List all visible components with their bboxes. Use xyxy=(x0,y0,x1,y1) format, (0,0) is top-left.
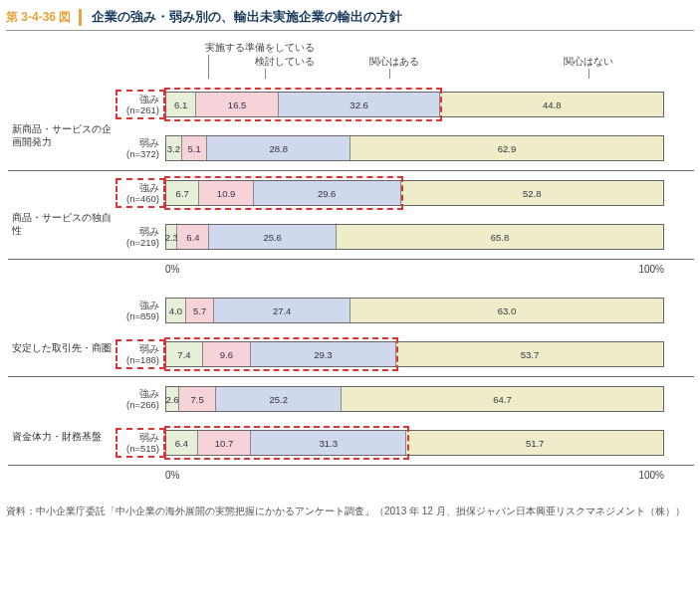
legend-seg3: 関心はない xyxy=(564,55,613,69)
bar-segment: 64.7 xyxy=(342,387,663,411)
bar-segment: 6.4 xyxy=(166,431,198,455)
legend-seg1: 検討している xyxy=(255,55,315,69)
bar-segment: 29.3 xyxy=(251,342,396,366)
stacked-bar: 6.410.731.351.7 xyxy=(165,430,664,456)
chart-row: 新商品・サービスの企画開発力強み(n=261)6.116.532.644.8 xyxy=(8,83,694,126)
stacked-bar: 4.05.727.463.0 xyxy=(165,298,664,323)
bar-segment: 51.7 xyxy=(406,431,663,455)
bar-segment: 29.6 xyxy=(254,181,401,205)
bar-segment: 16.5 xyxy=(196,93,278,116)
bar-segment: 53.7 xyxy=(396,342,663,366)
chart-group: 商品・サービスの独自性強み(n=460)6.710.929.652.8弱み(n=… xyxy=(8,171,694,260)
category-label: 新商品・サービスの企画開発力 xyxy=(8,122,117,148)
stacked-bar: 3.25.128.862.9 xyxy=(165,135,664,161)
bar-segment: 3.2 xyxy=(166,136,182,160)
legend-seg0: 実施する準備をしている xyxy=(205,41,315,55)
bar-segment: 7.5 xyxy=(179,387,216,411)
figure-header: 第 3-4-36 図 企業の強み・弱み別の、輸出未実施企業の輸出の方針 xyxy=(6,8,694,31)
x-axis: 0%100% xyxy=(165,466,664,495)
stacked-bar: 2.67.525.264.7 xyxy=(165,386,664,412)
sub-label: 弱み(n=188) xyxy=(117,343,165,366)
bar-segment: 2.3 xyxy=(166,225,177,249)
bar-segment: 32.6 xyxy=(279,93,441,116)
stacked-bar: 2.36.425.665.8 xyxy=(165,224,664,250)
bar-segment: 28.8 xyxy=(207,136,350,160)
bar-segment: 25.2 xyxy=(216,387,342,411)
sub-label: 弱み(n=372) xyxy=(117,137,165,160)
chart-row: 安定した取引先・商圏強み(n=859)4.05.727.463.0 xyxy=(8,289,694,332)
stacked-bar: 7.49.629.353.7 xyxy=(165,341,664,367)
chart-group: 新商品・サービスの企画開発力強み(n=261)6.116.532.644.8弱み… xyxy=(8,83,694,171)
bar-segment: 9.6 xyxy=(203,342,251,366)
sub-label: 弱み(n=219) xyxy=(117,226,165,249)
bar-segment: 6.7 xyxy=(166,181,199,205)
sub-label: 強み(n=266) xyxy=(117,388,165,411)
bar-segment: 10.7 xyxy=(198,431,251,455)
bar-segment: 27.4 xyxy=(214,299,350,322)
sub-label: 弱み(n=515) xyxy=(117,432,165,455)
legend-seg2: 関心はある xyxy=(369,55,419,69)
bar-segment: 65.8 xyxy=(337,225,663,249)
bar-segment: 25.6 xyxy=(209,225,337,249)
axis-tick: 0% xyxy=(165,264,179,275)
bar-segment: 63.0 xyxy=(350,299,663,322)
bar-segment: 6.4 xyxy=(177,225,209,249)
bar-segment: 44.8 xyxy=(440,93,663,116)
chart-row: 資金体力・財務基盤強み(n=266)2.67.525.264.7 xyxy=(8,377,694,421)
bar-segment: 31.3 xyxy=(251,431,406,455)
source-note: 資料：中小企業庁委託「中小企業の海外展開の実態把握にかかるアンケート調査」（20… xyxy=(6,505,694,518)
figure-number: 第 3-4-36 図 xyxy=(6,9,82,26)
sub-label: 強み(n=460) xyxy=(117,182,165,205)
chart-group: 資金体力・財務基盤強み(n=266)2.67.525.264.7弱み(n=515… xyxy=(8,377,694,466)
axis-tick: 100% xyxy=(638,470,664,481)
chart-row: 弱み(n=515)6.410.731.351.7 xyxy=(8,421,694,465)
chart-group: 安定した取引先・商圏強み(n=859)4.05.727.463.0弱み(n=18… xyxy=(8,289,694,377)
bar-segment: 2.6 xyxy=(166,387,179,411)
bar-segment: 5.7 xyxy=(186,299,214,322)
legend: 実施する準備をしている 検討している 関心はある 関心はない xyxy=(195,41,694,81)
axis-tick: 100% xyxy=(638,264,664,275)
axis-tick: 0% xyxy=(165,470,179,481)
bar-segment: 6.1 xyxy=(166,93,196,116)
bar-segment: 4.0 xyxy=(166,299,186,322)
stacked-bar: 6.710.929.652.8 xyxy=(165,180,664,206)
x-axis: 0%100% xyxy=(165,260,664,289)
category-label: 商品・サービスの独自性 xyxy=(8,211,117,237)
category-label: 資金体力・財務基盤 xyxy=(8,430,117,443)
category-label: 安定した取引先・商圏 xyxy=(8,341,117,354)
chart: 実施する準備をしている 検討している 関心はある 関心はない 新商品・サービスの… xyxy=(6,41,694,495)
bar-segment: 7.4 xyxy=(166,342,203,366)
sub-label: 強み(n=859) xyxy=(117,300,165,322)
bar-segment: 10.9 xyxy=(199,181,253,205)
chart-row: 商品・サービスの独自性強み(n=460)6.710.929.652.8 xyxy=(8,171,694,215)
stacked-bar: 6.116.532.644.8 xyxy=(165,92,664,117)
sub-label: 強み(n=261) xyxy=(117,94,165,116)
bar-segment: 52.8 xyxy=(401,181,663,205)
bar-segment: 62.9 xyxy=(350,136,663,160)
chart-row: 弱み(n=188)7.49.629.353.7 xyxy=(8,332,694,376)
figure-title: 企業の強み・弱み別の、輸出未実施企業の輸出の方針 xyxy=(92,8,402,26)
bar-segment: 5.1 xyxy=(182,136,207,160)
